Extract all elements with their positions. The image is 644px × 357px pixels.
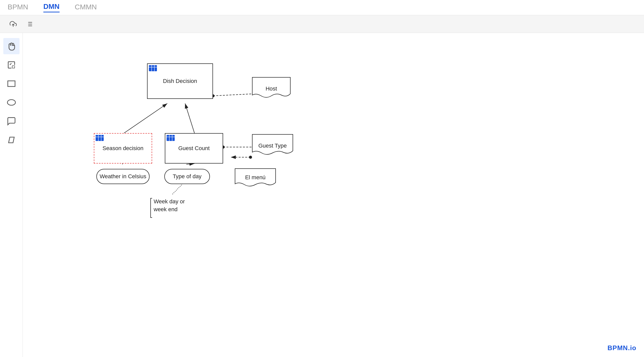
crosshair-icon — [7, 60, 16, 70]
canvas[interactable]: Dish Decision Season decision Guest Coun… — [23, 33, 644, 357]
el-menu-label: El menú — [245, 174, 266, 181]
guest-type-node[interactable]: Guest Type — [251, 133, 294, 158]
oval-tool[interactable] — [3, 94, 20, 111]
svg-rect-33 — [96, 135, 104, 141]
svg-rect-37 — [167, 135, 175, 141]
hand-tool[interactable] — [3, 38, 20, 54]
bpmn-logo: BPMN.io — [607, 344, 636, 352]
guest-count-label: Guest Count — [178, 145, 210, 152]
svg-line-16 — [124, 103, 167, 133]
table-icon-dish — [149, 65, 157, 71]
tab-cmmn[interactable]: CMMN — [75, 3, 97, 12]
type-of-day-label: Type of day — [173, 173, 202, 180]
host-label: Host — [265, 85, 277, 92]
rectangle-icon — [7, 79, 16, 88]
tab-dmn[interactable]: DMN — [43, 3, 60, 12]
rectangle-tool[interactable] — [3, 76, 20, 92]
weather-label: Weather in Celsius — [100, 173, 146, 180]
message-tool[interactable] — [3, 113, 20, 129]
host-node[interactable]: Host — [251, 76, 292, 101]
parallelogram-tool[interactable] — [3, 132, 20, 148]
season-decision-node[interactable]: Season decision — [94, 133, 152, 164]
upload-icon — [10, 21, 17, 28]
table-icon-season — [96, 135, 104, 141]
hand-icon — [7, 41, 16, 51]
week-day-bracket — [150, 198, 153, 218]
svg-rect-29 — [149, 65, 157, 71]
list-icon — [26, 21, 33, 28]
svg-rect-11 — [12, 66, 15, 68]
season-decision-label: Season decision — [102, 145, 143, 152]
svg-marker-15 — [8, 137, 14, 143]
svg-point-14 — [7, 100, 15, 105]
svg-line-21 — [186, 164, 194, 164]
select-tool[interactable] — [3, 57, 20, 73]
message-icon — [7, 116, 16, 126]
upload-button[interactable] — [8, 19, 19, 30]
bpmn-logo-suffix: .io — [628, 344, 636, 352]
list-button[interactable] — [24, 19, 35, 30]
guest-type-label: Guest Type — [258, 142, 287, 149]
week-day-node[interactable]: Week day or week end — [150, 198, 193, 213]
toolbar — [0, 15, 644, 33]
top-navigation: BPMN DMN CMMN — [0, 0, 644, 15]
oval-icon — [7, 98, 16, 107]
type-of-day-node[interactable]: Type of day — [164, 169, 210, 184]
week-day-label: Week day or week end — [154, 198, 193, 213]
dish-decision-node[interactable]: Dish Decision — [147, 63, 213, 99]
dish-decision-label: Dish Decision — [163, 78, 197, 84]
main-area: Dish dish — [0, 33, 644, 357]
svg-line-12 — [10, 63, 11, 65]
parallelogram-icon — [7, 135, 16, 145]
svg-rect-13 — [8, 81, 15, 86]
el-menu-node[interactable]: El menú — [234, 167, 277, 188]
sidebar — [0, 33, 23, 357]
diagram-svg — [23, 33, 644, 357]
weather-node[interactable]: Weather in Celsius — [96, 169, 150, 184]
table-icon-guest-count — [167, 135, 175, 141]
svg-line-17 — [185, 103, 194, 133]
bpmn-logo-text: BPMN — [607, 344, 628, 352]
guest-count-node[interactable]: Guest Count — [165, 133, 223, 164]
tab-bpmn[interactable]: BPMN — [8, 3, 28, 12]
